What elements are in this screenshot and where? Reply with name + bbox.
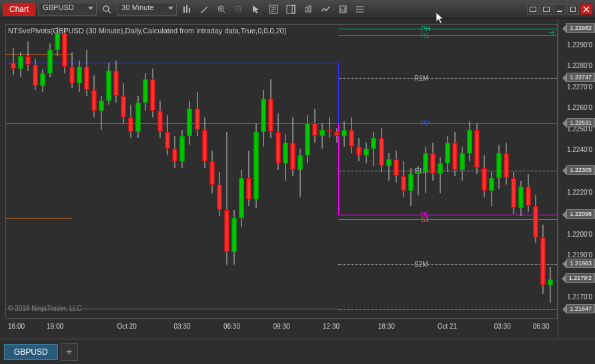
interval-dropdown[interactable]: 30 Minute xyxy=(117,3,177,16)
search-icon[interactable] xyxy=(99,2,114,17)
pivot-label-r1: R1 xyxy=(421,32,430,39)
pivot-line-pp xyxy=(338,123,557,124)
y-tick-label: 1.2170'0 xyxy=(567,293,592,301)
add-tab-button[interactable]: + xyxy=(61,343,78,361)
pivot-label-pp: PP xyxy=(421,120,430,127)
price-marker: 1.22531 xyxy=(566,118,595,127)
svg-rect-2 xyxy=(183,7,185,13)
x-tick-label: 18:30 xyxy=(378,323,395,330)
pivot-label-s1: S1 xyxy=(421,216,429,223)
svg-point-0 xyxy=(103,6,109,11)
y-axis[interactable]: 1.2290'01.2280'01.2270'01.2260'01.2250'0… xyxy=(558,19,595,339)
draw-icon[interactable] xyxy=(197,2,211,17)
data-box-icon[interactable] xyxy=(266,2,281,17)
toolbar: Chart GBPUSD 30 Minute xyxy=(0,0,595,19)
chart-trader-icon[interactable] xyxy=(283,2,298,17)
chevron-down-icon xyxy=(168,7,173,10)
svg-point-28 xyxy=(356,9,358,10)
price-marker: 1.22098 xyxy=(566,209,595,219)
svg-line-10 xyxy=(240,11,242,13)
pivot-line-s1 xyxy=(338,219,557,220)
pivot-line-r1m xyxy=(338,78,557,79)
price-marker: 1.22982 xyxy=(566,23,595,33)
y-tick-label: 1.2240'0 xyxy=(567,146,592,153)
x-tick-label: 06:30 xyxy=(533,323,550,330)
window-button-1[interactable] xyxy=(527,4,539,15)
prev-pivot-line xyxy=(6,123,338,124)
strategies-icon[interactable] xyxy=(318,2,333,17)
symbol-value: GBPUSD xyxy=(43,3,73,11)
svg-line-1 xyxy=(108,11,111,13)
svg-line-6 xyxy=(223,11,225,13)
svg-rect-19 xyxy=(309,6,311,12)
x-tick-label: 03:30 xyxy=(173,323,190,330)
bottom-tabs: GBPUSD + xyxy=(0,339,595,364)
minimize-icon[interactable] xyxy=(554,4,566,15)
cursor-icon[interactable] xyxy=(249,2,263,17)
y-tick-label: 1.2260'0 xyxy=(567,104,592,111)
interval-value: 30 Minute xyxy=(121,3,153,11)
indicators-icon[interactable] xyxy=(179,2,194,17)
pivot-line-pl xyxy=(338,215,557,215)
maximize-icon[interactable] xyxy=(567,4,579,15)
chart-container: NTSvePivots(GBPUSD (30 Minute),Daily,Cal… xyxy=(0,19,595,339)
properties-icon[interactable] xyxy=(336,2,350,17)
copyright-label: © 2018 NinjaTrader, LLC xyxy=(8,305,81,312)
tab-gbpusd[interactable]: GBPUSD xyxy=(4,344,58,360)
x-tick-label: 12:30 xyxy=(323,323,340,330)
svg-rect-17 xyxy=(292,5,295,13)
arrow-right-icon xyxy=(549,26,556,38)
pivot-line-r1 xyxy=(338,35,557,36)
pivot-line-s2m xyxy=(338,264,557,265)
pivot-step-line xyxy=(338,63,339,123)
pivot-line-ph xyxy=(338,29,557,29)
chart-mode-tab[interactable]: Chart xyxy=(3,3,35,16)
x-tick-label: 09:30 xyxy=(273,323,289,330)
x-axis[interactable]: 16:0019:00Oct 2003:3006:3009:3012:3018:3… xyxy=(5,319,558,339)
x-tick-label: 19:00 xyxy=(47,323,63,330)
x-tick-label: 16:00 xyxy=(8,323,25,330)
price-marker: 1.21863 xyxy=(566,259,595,268)
window-button-2[interactable] xyxy=(540,4,552,15)
svg-point-27 xyxy=(356,6,358,7)
chart-style-icon[interactable] xyxy=(301,2,316,17)
svg-rect-3 xyxy=(186,5,187,13)
symbol-dropdown[interactable]: GBPUSD xyxy=(38,3,97,16)
plot-inner[interactable]: PHR1R1MPPS1MPLS1S2M xyxy=(5,24,558,319)
svg-rect-16 xyxy=(287,5,295,13)
prev-pivot-line xyxy=(6,218,72,219)
zoom-in-icon[interactable] xyxy=(214,2,229,17)
zoom-out-icon[interactable] xyxy=(231,2,246,17)
y-tick-label: 1.2190'0 xyxy=(567,251,592,259)
y-tick-label: 1.2290'0 xyxy=(567,41,592,49)
pivot-step-line xyxy=(338,123,339,214)
y-tick-label: 1.2220'0 xyxy=(567,189,592,196)
pivot-label-r1m: R1M xyxy=(414,75,428,82)
svg-rect-18 xyxy=(306,7,308,12)
price-marker: 1.21647 xyxy=(566,304,595,313)
list-icon[interactable] xyxy=(353,2,368,17)
pivot-line-s2 xyxy=(338,309,557,310)
price-marker: 1.22747 xyxy=(566,73,595,82)
indicator-label: NTSvePivots(GBPUSD (30 Minute),Daily,Cal… xyxy=(8,27,287,35)
pivot-label-s2m: S2M xyxy=(414,261,428,268)
prev-pivot-line xyxy=(6,63,338,63)
price-marker: 1.2179'2 xyxy=(566,273,595,283)
price-marker: 1.22305 xyxy=(566,165,595,175)
svg-point-29 xyxy=(356,11,358,13)
x-tick-label: 03:30 xyxy=(494,323,511,330)
y-tick-label: 1.2280'0 xyxy=(567,62,592,69)
chevron-down-icon xyxy=(88,7,93,10)
y-tick-label: 1.2270'0 xyxy=(567,83,592,91)
y-tick-label: 1.2200'0 xyxy=(567,231,592,238)
x-tick-label: 06:30 xyxy=(223,323,240,330)
window-controls xyxy=(527,4,592,15)
plot-area[interactable]: NTSvePivots(GBPUSD (30 Minute),Daily,Cal… xyxy=(0,19,558,339)
close-icon[interactable] xyxy=(580,4,592,15)
x-tick-label: Oct 20 xyxy=(117,323,136,330)
svg-rect-4 xyxy=(189,8,190,13)
x-tick-label: Oct 21 xyxy=(438,323,457,330)
